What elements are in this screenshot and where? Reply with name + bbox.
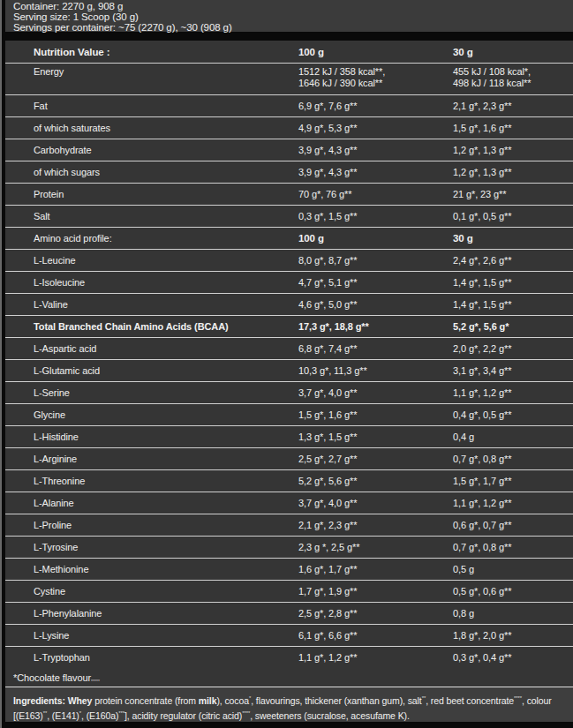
table-row: Salt0,3 g*, 1,5 g**0,1 g*, 0,5 g** bbox=[5, 206, 573, 228]
nutrient-label: L-Lysine bbox=[5, 630, 298, 641]
container-size-text: Container: 2270 g, 908 g bbox=[13, 1, 573, 11]
value-100g: 17,3 g*, 18,8 g** bbox=[298, 321, 453, 332]
table-rows: Energy1512 kJ / 358 kcal**,1646 kJ / 390… bbox=[5, 64, 573, 668]
nutrient-label: L-Arginine bbox=[5, 454, 298, 464]
value-30g: 1,5 g*, 1,6 g** bbox=[453, 123, 573, 133]
nutrient-label: Amino acid profile: bbox=[5, 233, 298, 244]
value-30g: 1,4 g*, 1,5 g** bbox=[453, 299, 573, 310]
value-100g: 3,7 g*, 4,0 g** bbox=[298, 498, 453, 508]
nutrient-label: Carbohydrate bbox=[5, 145, 298, 155]
value-30g: 0,1 g*, 0,5 g** bbox=[453, 211, 573, 221]
value-100g: 3,7 g*, 4,0 g** bbox=[298, 387, 453, 398]
nutrient-label: L-Glutamic acid bbox=[5, 365, 298, 376]
value-30g: 5,2 g*, 5,6 g* bbox=[453, 321, 573, 332]
nutrient-label: Total Branched Chain Amino Acids (BCAA) bbox=[5, 321, 298, 332]
ingredient-segment: ), cocoa bbox=[216, 695, 249, 706]
value-100g: 1,7 g*, 1,9 g** bbox=[298, 586, 453, 597]
nutrient-label: Glycine bbox=[5, 409, 298, 420]
ingredient-superscript: *** bbox=[118, 710, 124, 716]
servings-per-container-text: Servings per container: ~75 (2270 g), ~3… bbox=[13, 22, 573, 33]
column-header-30g: 30 g bbox=[453, 47, 573, 57]
column-header-nutrition-value: Nutrition Value : bbox=[5, 47, 298, 57]
table-row: L-Phenylalanine2,5 g*, 2,8 g**0,8 g bbox=[5, 603, 573, 625]
table-row: L-Arginine2,5 g*, 2,7 g**0,7 g*, 0,8 g** bbox=[5, 448, 573, 470]
value-100g: 2,3 g *, 2,5 g** bbox=[298, 542, 453, 552]
nutrient-label: of which saturates bbox=[5, 123, 298, 133]
nutrient-label: Salt bbox=[5, 211, 298, 221]
table-row: L-Leucine8,0 g*, 8,7 g**2,4 g*, 2,6 g** bbox=[5, 250, 573, 272]
column-header-100g: 100 g bbox=[298, 47, 453, 57]
value-30g: 1,5 g*, 1,7 g** bbox=[453, 476, 573, 486]
nutrient-label: L-Aspartic acid bbox=[5, 343, 298, 354]
serving-size-text: Serving size: 1 Scoop (30 g) bbox=[13, 11, 573, 22]
ingredient-segment: Ingredients: bbox=[13, 695, 68, 706]
table-row: of which sugars3,9 g*, 4,3 g**1,2 g*, 1,… bbox=[5, 161, 573, 184]
ingredient-segment: milk bbox=[199, 695, 217, 706]
value-30g: 2,1 g*, 2,3 g** bbox=[453, 101, 573, 111]
ingredient-segment: ], acidity regulator (citric acid) bbox=[124, 710, 242, 721]
value-30g: 0,5 g*, 0,6 g** bbox=[453, 586, 573, 597]
ingredient-superscript: ** bbox=[422, 695, 426, 701]
nutrient-label: L-Serine bbox=[5, 387, 298, 398]
nutrient-label: Energy bbox=[5, 66, 298, 77]
ingredient-superscript: * bbox=[79, 710, 81, 716]
ingredient-segment: , (E160a) bbox=[81, 710, 118, 721]
value-100g: 6,9 g*, 7,6 g** bbox=[298, 101, 453, 111]
label-edge-highlight bbox=[0, 0, 2, 728]
value-30g: 1,8 g*, 2,0 g** bbox=[453, 630, 573, 641]
value-100g: 6,1 g*, 6,6 g** bbox=[298, 630, 453, 641]
value-100g: 70 g*, 76 g** bbox=[298, 189, 453, 199]
table-row: L-Histidine1,3 g*, 1,5 g**0,4 g bbox=[5, 426, 573, 448]
ingredient-segment: , flavourings, thickener (xanthan gum), … bbox=[251, 695, 421, 706]
table-row: L-Aspartic acid6,8 g*, 7,4 g**2,0 g*, 2,… bbox=[5, 338, 573, 360]
nutrition-label-page: { "colors": { "page_bg": "#0a0a0a", "blo… bbox=[0, 0, 573, 728]
value-30g: 1,4 g*, 1,5 g** bbox=[453, 277, 573, 288]
table-row: L-Alanine3,7 g*, 4,0 g**1,1 g*, 1,2 g** bbox=[5, 492, 573, 514]
table-row: L-Lysine6,1 g*, 6,6 g**1,8 g*, 2,0 g** bbox=[5, 625, 573, 647]
value-100g: 1,6 g*, 1,7 g** bbox=[298, 564, 453, 574]
table-row: Carbohydrate3,9 g*, 4,3 g**1,2 g*, 1,3 g… bbox=[5, 139, 573, 161]
nutrient-label: L-Leucine bbox=[5, 255, 298, 266]
value-30g: 1,1 g*, 1,2 g** bbox=[453, 387, 573, 398]
value-100g: 2,5 g*, 2,7 g** bbox=[298, 454, 453, 464]
value-30g: 3,1 g*, 3,4 g** bbox=[453, 365, 573, 376]
value-100g: 10,3 g*, 11,3 g** bbox=[298, 365, 453, 376]
nutrient-label: L-Tryptophan bbox=[5, 652, 298, 663]
value-100g: 2,1 g*, 2,3 g** bbox=[298, 520, 453, 530]
nutrient-label: L-Alanine bbox=[5, 498, 298, 508]
value-30g: 2,0 g*, 2,2 g** bbox=[453, 343, 573, 354]
table-row: of which saturates4,9 g*, 5,3 g**1,5 g*,… bbox=[5, 117, 573, 139]
value-30g: 0,6 g*, 0,7 g** bbox=[453, 520, 573, 530]
nutrient-label: Cystine bbox=[5, 586, 298, 597]
ingredients-text: Ingredients: Whey protein concentrate (f… bbox=[13, 692, 564, 722]
value-100g: 0,3 g*, 1,5 g** bbox=[298, 211, 453, 221]
nutrient-label: L-Phenylalanine bbox=[5, 608, 298, 619]
nutrient-label: Protein bbox=[5, 189, 298, 199]
table-row: L-Tryptophan1,1 g*, 1,2 g**0,3 g*, 0,4 g… bbox=[5, 647, 573, 668]
value-100g: 100 g bbox=[298, 233, 453, 244]
nutrient-label: L-Isoleucine bbox=[5, 277, 298, 288]
value-30g: 0,3 g*, 0,4 g** bbox=[453, 652, 573, 663]
package-info-block: Container: 2270 g, 908 g Serving size: 1… bbox=[5, 0, 573, 32]
nutrient-label: Fat bbox=[5, 101, 298, 111]
footnote-chocolate-flavour: *Chocolate flavour***** bbox=[13, 672, 573, 687]
value-100g: 5,2 g*, 5,6 g** bbox=[298, 476, 453, 486]
value-100g: 8,0 g*, 8,7 g** bbox=[298, 255, 453, 266]
value-100g: 1,5 g*, 1,6 g** bbox=[298, 409, 453, 420]
value-30g: 21 g*, 23 g** bbox=[453, 189, 573, 199]
ingredient-superscript: * bbox=[249, 695, 251, 701]
value-30g: 30 g bbox=[453, 233, 573, 244]
value-100g: 3,9 g*, 4,3 g** bbox=[298, 145, 453, 155]
value-100g: 1,3 g*, 1,5 g** bbox=[298, 432, 453, 442]
value-30g: 1,2 g*, 1,3 g** bbox=[453, 145, 573, 155]
nutrient-label: L-Threonine bbox=[5, 476, 298, 486]
table-row: Fat6,9 g*, 7,6 g**2,1 g*, 2,3 g** bbox=[5, 95, 573, 117]
value-100g: 4,6 g*, 5,0 g** bbox=[298, 299, 453, 310]
table-row: Energy1512 kJ / 358 kcal**,1646 kJ / 390… bbox=[5, 64, 573, 95]
value-30g: 0,4 g bbox=[453, 432, 573, 442]
table-row: L-Threonine5,2 g*, 5,6 g**1,5 g*, 1,7 g*… bbox=[5, 470, 573, 492]
nutrient-label: L-Methionine bbox=[5, 564, 298, 574]
nutrient-label: L-Proline bbox=[5, 520, 298, 530]
value-30g: 0,5 g bbox=[453, 564, 573, 574]
nutrition-table: Nutrition Value : 100 g 30 g Energy1512 … bbox=[5, 41, 573, 701]
